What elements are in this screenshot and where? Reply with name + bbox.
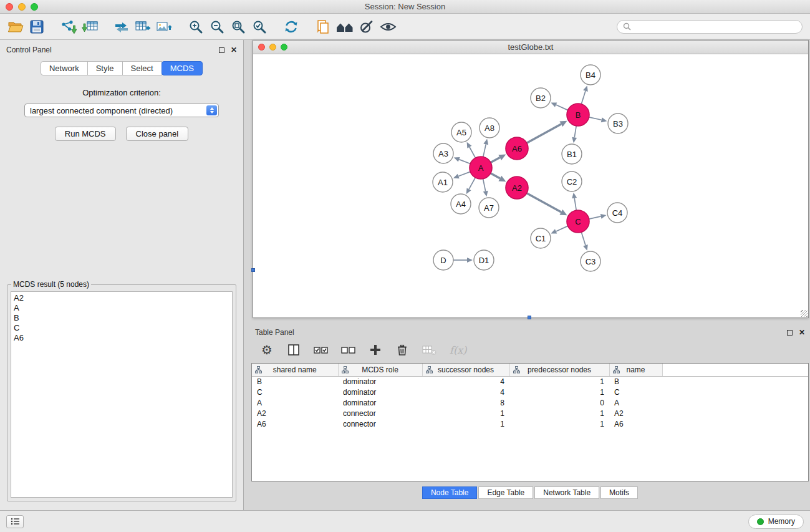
table-row[interactable]: A6connector11A6 <box>252 418 808 429</box>
zoom-window-button[interactable] <box>31 3 38 11</box>
export-network-button[interactable] <box>111 16 132 37</box>
graph-edge-B-B1[interactable] <box>572 126 577 143</box>
graph-node-B3[interactable]: B3 <box>608 114 628 133</box>
node-table[interactable]: shared nameMCDS rolesuccessor nodesprede… <box>251 363 809 481</box>
resize-handle-bottom[interactable] <box>528 316 531 319</box>
table-row[interactable]: Bdominator41B <box>252 376 808 387</box>
open-session-button[interactable] <box>5 16 26 37</box>
close-table-panel-icon[interactable]: ✕ <box>799 329 805 336</box>
graph-node-A4[interactable]: A4 <box>451 194 471 214</box>
graph-node-A1[interactable]: A1 <box>433 172 453 192</box>
graph-edge-D-D1[interactable] <box>453 258 473 263</box>
tab-mcds[interactable]: MCDS <box>162 61 203 75</box>
criterion-dropdown[interactable]: largest connected component (directed) <box>24 104 219 117</box>
network-close-button[interactable] <box>258 44 265 51</box>
float-panel-icon[interactable] <box>219 47 224 53</box>
graph-edge-A2-C[interactable] <box>527 193 567 216</box>
import-table-button[interactable] <box>79 16 100 37</box>
table-row[interactable]: Adominator80A <box>252 397 808 408</box>
mcds-result-item[interactable]: A2 <box>14 293 229 303</box>
graph-edge-C-C4[interactable] <box>589 214 607 219</box>
graph-edge-A-A2[interactable] <box>491 173 506 182</box>
zoom-fit-button[interactable] <box>228 16 249 37</box>
graph-node-C3[interactable]: C3 <box>581 251 600 271</box>
graph-edge-A-A8[interactable] <box>483 139 488 157</box>
deselect-all-button[interactable] <box>341 341 355 359</box>
column-header-successor-nodes[interactable]: successor nodes <box>422 364 509 376</box>
add-column-button[interactable] <box>369 341 382 359</box>
save-session-button[interactable] <box>26 16 47 37</box>
zoom-selected-button[interactable] <box>249 16 270 37</box>
search-box[interactable] <box>617 20 803 34</box>
network-view-window[interactable]: testGlobe.txt B4B2BB3A5A8A6A3B1AC2A1A2A4… <box>253 40 809 318</box>
mcds-result-item[interactable]: C <box>14 323 229 333</box>
graph-node-B4[interactable]: B4 <box>581 65 600 85</box>
zoom-in-button[interactable] <box>185 16 206 37</box>
close-panel-icon[interactable]: ✕ <box>231 46 237 54</box>
graph-node-A2[interactable]: A2 <box>506 177 528 199</box>
graph-edge-A-A3[interactable] <box>454 157 470 164</box>
mcds-result-item[interactable]: A6 <box>14 333 229 343</box>
network-graph[interactable]: B4B2BB3A5A8A6A3B1AC2A1A2A4A7C4CC1C3DD1 <box>253 54 808 317</box>
column-header-predecessor-nodes[interactable]: predecessor nodes <box>509 364 609 376</box>
refresh-layout-button[interactable] <box>281 16 302 37</box>
graph-node-B1[interactable]: B1 <box>562 144 582 164</box>
graph-node-A[interactable]: A <box>470 157 492 179</box>
graph-node-D1[interactable]: D1 <box>474 250 494 270</box>
close-window-button[interactable] <box>6 3 13 11</box>
graph-edge-A6-B[interactable] <box>527 121 567 143</box>
graph-node-A3[interactable]: A3 <box>433 143 453 163</box>
column-header-MCDS-role[interactable]: MCDS role <box>338 364 422 376</box>
graph-node-A8[interactable]: A8 <box>480 118 499 138</box>
network-canvas[interactable]: B4B2BB3A5A8A6A3B1AC2A1A2A4A7C4CC1C3DD1 <box>253 54 808 317</box>
graph-edge-B-B2[interactable] <box>551 102 567 110</box>
graph-node-A7[interactable]: A7 <box>479 198 499 218</box>
resize-handle-left[interactable] <box>251 268 255 272</box>
column-header-shared-name[interactable]: shared name <box>252 364 338 376</box>
task-history-button[interactable] <box>6 515 24 528</box>
graph-edge-A-A5[interactable] <box>467 142 476 158</box>
network-zoom-button[interactable] <box>281 44 287 51</box>
graph-edge-A-A1[interactable] <box>453 172 470 178</box>
graph-edge-A-A7[interactable] <box>483 179 488 197</box>
delete-column-button[interactable] <box>395 341 409 359</box>
minimize-window-button[interactable] <box>18 3 26 11</box>
network-window-titlebar[interactable]: testGlobe.txt <box>253 41 808 54</box>
tab-style[interactable]: Style <box>87 61 123 75</box>
memory-button[interactable]: Memory <box>748 515 804 529</box>
graph-node-C4[interactable]: C4 <box>607 203 627 223</box>
tab-edge-table[interactable]: Edge Table <box>478 486 533 499</box>
graph-edge-B-B3[interactable] <box>589 117 607 122</box>
run-mcds-button[interactable]: Run MCDS <box>55 127 116 141</box>
graph-node-C2[interactable]: C2 <box>562 172 582 191</box>
graph-edge-C-C1[interactable] <box>551 226 567 233</box>
table-row[interactable]: A2connector11A2 <box>252 408 808 418</box>
graph-edge-C-C3[interactable] <box>581 232 587 251</box>
table-settings-button[interactable]: ⚙ <box>260 341 274 359</box>
graph-node-A5[interactable]: A5 <box>451 122 471 142</box>
tab-network-table[interactable]: Network Table <box>534 486 599 499</box>
first-neighbors-button[interactable] <box>334 16 356 37</box>
mcds-result-item[interactable]: A <box>14 303 229 313</box>
export-image-button[interactable] <box>153 16 175 37</box>
column-selector-button[interactable] <box>287 341 301 359</box>
export-table-button[interactable] <box>132 16 153 37</box>
table-row[interactable]: Cdominator41C <box>252 387 808 397</box>
graph-node-A6[interactable]: A6 <box>506 137 528 160</box>
graph-node-B2[interactable]: B2 <box>531 88 551 108</box>
import-network-button[interactable] <box>58 16 79 37</box>
graph-edge-B-B4[interactable] <box>581 85 587 104</box>
toggle-labels-button[interactable] <box>356 16 377 37</box>
graph-node-B[interactable]: B <box>567 104 589 126</box>
tab-network[interactable]: Network <box>41 61 88 75</box>
graph-edge-A-A6[interactable] <box>491 154 506 162</box>
zoom-out-button[interactable] <box>206 16 228 37</box>
tab-node-table[interactable]: Node Table <box>422 486 478 499</box>
mcds-result-list[interactable]: A2ABCA6 <box>11 291 233 498</box>
show-graphics-details-button[interactable] <box>377 16 398 37</box>
copy-view-button[interactable] <box>312 16 334 37</box>
tab-motifs[interactable]: Motifs <box>600 486 638 499</box>
graph-edge-C-C2[interactable] <box>572 193 577 210</box>
mcds-result-item[interactable]: B <box>14 313 229 323</box>
select-all-button[interactable] <box>314 341 328 359</box>
